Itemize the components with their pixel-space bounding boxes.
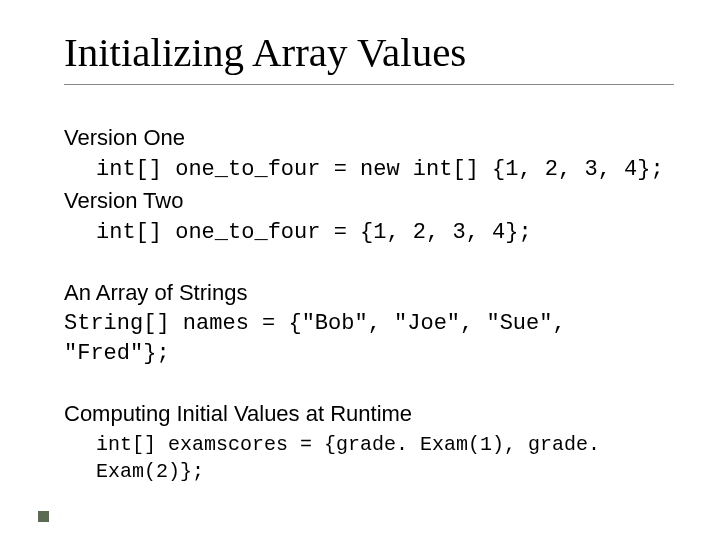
array-of-strings-label: An Array of Strings [64,278,674,308]
runtime-code: int[] examscores = {grade. Exam(1), grad… [64,431,674,485]
version-one-label: Version One [64,123,674,153]
runtime-label: Computing Initial Values at Runtime [64,399,674,429]
version-two-label: Version Two [64,186,674,216]
array-of-strings-code: String[] names = {"Bob", "Joe", "Sue", "… [64,309,674,368]
slide-title: Initializing Array Values [64,28,674,76]
title-container: Initializing Array Values [64,28,674,85]
bullet-icon [38,511,49,522]
slide: Initializing Array Values Version One in… [0,0,720,540]
body: Version One int[] one_to_four = new int[… [64,123,674,485]
version-one-code: int[] one_to_four = new int[] {1, 2, 3, … [64,155,674,185]
version-two-code: int[] one_to_four = {1, 2, 3, 4}; [64,218,674,248]
